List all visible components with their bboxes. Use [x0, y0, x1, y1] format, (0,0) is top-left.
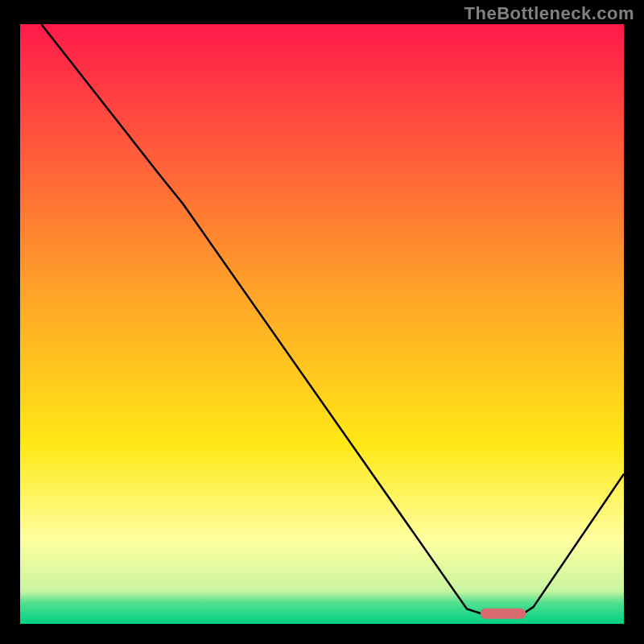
watermark-text: TheBottleneck.com [464, 3, 634, 24]
chart-frame: TheBottleneck.com [0, 0, 644, 644]
chart-svg [0, 0, 644, 644]
min-marker [481, 609, 526, 619]
